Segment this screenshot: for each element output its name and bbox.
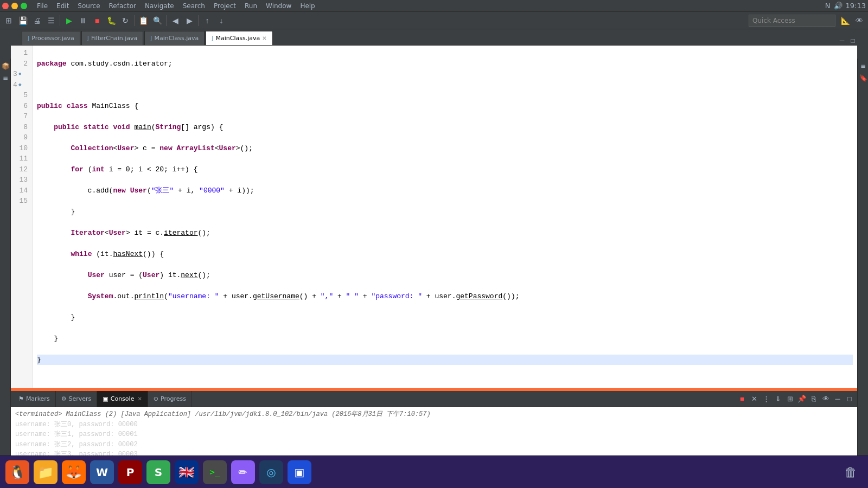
firefox-taskbar-icon[interactable]: 🦊 — [62, 460, 86, 484]
package-explorer-icon[interactable]: 📦 — [0, 61, 11, 72]
console-pin-button[interactable]: 📌 — [796, 394, 807, 404]
save-button[interactable]: 💾 — [16, 14, 29, 27]
tab-progress[interactable]: ⊙ Progress — [148, 391, 192, 407]
navigate-up[interactable]: ↑ — [201, 14, 214, 27]
navigate-dn[interactable]: ↓ — [215, 14, 228, 27]
tab-processor-label: Processor.java — [31, 35, 74, 42]
minimize-editor-button[interactable]: ─ — [838, 36, 846, 45]
menu-navigate[interactable]: Navigate — [141, 0, 178, 11]
menu-project[interactable]: Project — [209, 0, 240, 11]
outline-icon[interactable]: ≡ — [0, 73, 11, 84]
console-maximize[interactable]: □ — [844, 394, 855, 404]
terminal-taskbar-icon[interactable]: >_ — [203, 460, 227, 484]
close-button[interactable] — [2, 3, 9, 9]
line-numbers: 1 2 3 ● 4 ◆ 5 6 7 8 9 10 11 12 13 14 15 — [11, 46, 33, 388]
editor-symbol: ✏ — [239, 466, 248, 479]
step-button[interactable]: ↻ — [119, 14, 132, 27]
tab-mainclass1-label: MainClass.java — [154, 35, 199, 42]
terminated-line: <terminated> MainClass (2) [Java Applica… — [15, 410, 431, 418]
console-line-2: username: 张三2, password: 00002 — [15, 440, 853, 450]
menu-source[interactable]: Source — [73, 0, 104, 11]
view-button[interactable]: 👁 — [853, 14, 866, 27]
tab-close-button[interactable]: ✕ — [262, 35, 266, 41]
tab-servers[interactable]: ⚙ Servers — [56, 391, 98, 407]
menu-edit[interactable]: Edit — [52, 0, 73, 11]
search-toolbar-button[interactable]: 🔍 — [151, 14, 164, 27]
app2-taskbar-icon[interactable]: ▣ — [288, 460, 311, 484]
firefox-symbol: 🦊 — [66, 465, 82, 480]
menu-file[interactable]: File — [33, 0, 52, 11]
forward-button[interactable]: ▶ — [183, 14, 196, 27]
stop-button[interactable]: ■ — [91, 14, 104, 27]
word-symbol: W — [96, 466, 108, 479]
debug-button[interactable]: 🐛 — [105, 14, 118, 27]
console-copy-button[interactable]: ⎘ — [808, 394, 819, 404]
console-view-button[interactable]: 👁 — [820, 394, 831, 404]
minimize-button[interactable] — [11, 3, 18, 9]
tab-markers[interactable]: ⚑ Markers — [13, 391, 56, 407]
toolbar-sep-1 — [60, 15, 60, 26]
quick-access-box[interactable]: Quick Access — [749, 15, 835, 27]
back-button[interactable]: ◀ — [169, 14, 182, 27]
maximize-editor-button[interactable]: □ — [848, 36, 857, 45]
menu-refactor[interactable]: Refactor — [105, 0, 141, 11]
console-options-button[interactable]: ⋮ — [761, 394, 771, 404]
files-taskbar-icon[interactable]: 📁 — [34, 460, 58, 484]
bookmarks-icon[interactable]: 🔖 — [858, 73, 868, 84]
java-file-icon: J — [28, 35, 29, 42]
tab-filterchain[interactable]: J FilterChain.java — [81, 31, 143, 45]
print-button[interactable]: 🖨 — [30, 14, 43, 27]
eclipse-taskbar-icon[interactable]: ◎ — [259, 460, 283, 484]
main-wrapper: 📦 ≡ J Processor.java J FilterChain.java … — [0, 29, 868, 488]
trash-taskbar-icon[interactable]: 🗑 — [839, 460, 863, 484]
terminal-symbol: >_ — [209, 467, 220, 477]
tab-mainclass1[interactable]: J MainClass.java — [144, 31, 205, 45]
perspective-button[interactable]: 📐 — [839, 14, 852, 27]
clock: 19:13 — [846, 2, 866, 10]
left-panel: 📦 ≡ — [0, 59, 11, 488]
console-close[interactable]: ✕ — [137, 396, 142, 402]
console-minimize[interactable]: ─ — [832, 394, 843, 404]
console-toolbar: ■ ✕ ⋮ ⇓ ⊞ 📌 ⎘ 👁 ─ □ — [737, 394, 857, 404]
stop-console-button[interactable]: ■ — [737, 394, 748, 404]
tb-right: 📐 👁 — [839, 14, 866, 27]
volume-icon[interactable]: 🔊 — [834, 2, 843, 10]
console-scroll-lock[interactable]: ⇓ — [773, 394, 783, 404]
word-taskbar-icon[interactable]: W — [90, 460, 114, 484]
console-line-1: username: 张三1, password: 00001 — [15, 429, 853, 440]
run-button[interactable]: ▶ — [62, 14, 75, 27]
code-editor[interactable]: 1 2 3 ● 4 ◆ 5 6 7 8 9 10 11 12 13 14 15 … — [11, 46, 857, 388]
task-list-icon[interactable]: ≡ — [858, 61, 868, 72]
new-button[interactable]: ⊞ — [2, 14, 15, 27]
code-content[interactable]: package com.study.csdn.iterator; public … — [33, 46, 857, 388]
menu-bar: File Edit Source Refactor Navigate Searc… — [0, 0, 868, 12]
app2-symbol: ▣ — [295, 466, 305, 479]
maximize-button[interactable] — [21, 3, 27, 9]
progress-icon: ⊙ — [154, 395, 158, 402]
menu-help[interactable]: Help — [296, 0, 319, 11]
toolbar: ⊞ 💾 🖨 ☰ ▶ ⏸ ■ 🐛 ↻ 📋 🔍 ◀ ▶ ↑ ↓ Quick Acce… — [0, 12, 868, 29]
uk-taskbar-icon[interactable]: 🇬🇧 — [175, 460, 199, 484]
task-button[interactable]: 📋 — [137, 14, 150, 27]
system-tray: N 🔊 19:13 — [825, 2, 866, 10]
editor-chrome-right: ─ □ — [838, 36, 857, 45]
clear-console-button[interactable]: ✕ — [749, 394, 760, 404]
tab-mainclass-active[interactable]: J MainClass.java ✕ — [206, 31, 272, 45]
network-icon[interactable]: N — [825, 2, 831, 10]
menu-window[interactable]: Window — [261, 0, 296, 11]
tab-console[interactable]: ▣ Console ✕ — [97, 391, 148, 407]
slides-taskbar-icon[interactable]: S — [146, 460, 170, 484]
menu-search[interactable]: Search — [178, 0, 209, 11]
tab-processor[interactable]: J Processor.java — [22, 31, 80, 45]
editor-tabs: J Processor.java J FilterChain.java J Ma… — [11, 29, 857, 46]
trash-symbol: 🗑 — [844, 465, 857, 480]
pdf-taskbar-icon[interactable]: P — [118, 460, 142, 484]
tab-servers-label: Servers — [69, 395, 92, 402]
pause-button[interactable]: ⏸ — [76, 14, 90, 27]
editor-taskbar-icon[interactable]: ✏ — [231, 460, 255, 484]
console-new-button[interactable]: ⊞ — [784, 394, 795, 404]
properties-button[interactable]: ☰ — [44, 14, 58, 27]
ubuntu-taskbar-icon[interactable]: 🐧 — [5, 460, 29, 484]
menu-run[interactable]: Run — [240, 0, 261, 11]
quick-access-label: Quick Access — [752, 17, 795, 24]
